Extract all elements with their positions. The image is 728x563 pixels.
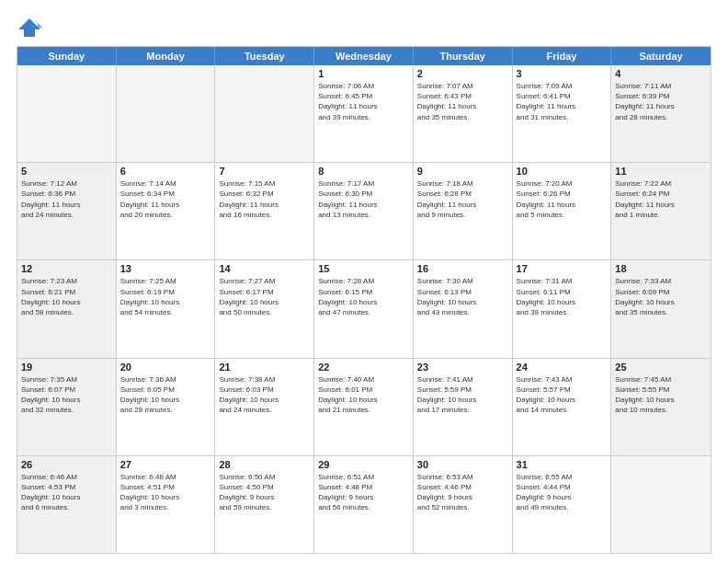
page: SundayMondayTuesdayWednesdayThursdayFrid… [0,0,728,563]
day-number: 11 [615,166,707,177]
cal-cell: 19Sunrise: 7:35 AM Sunset: 6:07 PM Dayli… [17,359,117,455]
cal-cell: 8Sunrise: 7:17 AM Sunset: 6:30 PM Daylig… [314,163,414,259]
cell-info: Sunrise: 7:45 AM Sunset: 5:55 PM Dayligh… [615,374,707,416]
cal-cell: 12Sunrise: 7:23 AM Sunset: 6:21 PM Dayli… [17,260,117,357]
day-number: 31 [517,459,608,470]
header [17,17,711,39]
cell-info: Sunrise: 7:38 AM Sunset: 6:03 PM Dayligh… [219,374,310,416]
day-number: 5 [21,166,112,177]
cell-info: Sunrise: 7:25 AM Sunset: 6:19 PM Dayligh… [120,276,211,317]
weekday-header-friday: Friday [513,47,612,65]
weekday-header-thursday: Thursday [414,47,513,65]
cell-info: Sunrise: 7:41 AM Sunset: 5:59 PM Dayligh… [417,374,508,416]
cell-info: Sunrise: 7:11 AM Sunset: 6:39 PM Dayligh… [615,81,707,122]
cell-info: Sunrise: 7:35 AM Sunset: 6:07 PM Dayligh… [21,374,112,416]
cal-cell [215,65,314,162]
cal-cell: 22Sunrise: 7:40 AM Sunset: 6:01 PM Dayli… [314,359,414,455]
day-number: 7 [219,166,310,177]
calendar-body: 1Sunrise: 7:06 AM Sunset: 6:45 PM Daylig… [17,65,711,553]
cal-cell [117,65,216,162]
cell-info: Sunrise: 6:53 AM Sunset: 4:46 PM Dayligh… [417,472,508,513]
cell-info: Sunrise: 6:50 AM Sunset: 4:50 PM Dayligh… [219,472,310,513]
cal-cell: 18Sunrise: 7:33 AM Sunset: 6:09 PM Dayli… [611,260,711,357]
cal-cell: 15Sunrise: 7:28 AM Sunset: 6:15 PM Dayli… [314,260,414,357]
day-number: 19 [21,362,112,373]
weekday-header-monday: Monday [117,47,216,65]
cal-cell: 6Sunrise: 7:14 AM Sunset: 6:34 PM Daylig… [117,163,216,259]
day-number: 24 [517,362,608,373]
cell-info: Sunrise: 7:22 AM Sunset: 6:24 PM Dayligh… [615,178,707,220]
weekday-header-saturday: Saturday [611,47,711,65]
weekday-header-sunday: Sunday [17,47,117,65]
cal-cell: 16Sunrise: 7:30 AM Sunset: 6:13 PM Dayli… [414,260,513,357]
cal-cell: 5Sunrise: 7:12 AM Sunset: 6:36 PM Daylig… [17,163,117,259]
calendar-row-5: 26Sunrise: 6:46 AM Sunset: 4:53 PM Dayli… [17,455,711,553]
cal-cell: 24Sunrise: 7:43 AM Sunset: 5:57 PM Dayli… [513,359,612,455]
day-number: 25 [615,362,707,373]
day-number: 10 [517,166,608,177]
cal-cell: 14Sunrise: 7:27 AM Sunset: 6:17 PM Dayli… [215,260,314,357]
cal-cell: 2Sunrise: 7:07 AM Sunset: 6:43 PM Daylig… [414,65,513,162]
day-number: 2 [417,68,508,79]
logo-icon [17,17,42,39]
cell-info: Sunrise: 7:09 AM Sunset: 6:41 PM Dayligh… [517,81,608,122]
day-number: 8 [318,166,409,177]
weekday-header-wednesday: Wednesday [314,47,414,65]
cell-info: Sunrise: 7:27 AM Sunset: 6:17 PM Dayligh… [219,276,310,317]
cal-cell: 4Sunrise: 7:11 AM Sunset: 6:39 PM Daylig… [611,65,711,162]
cell-info: Sunrise: 7:30 AM Sunset: 6:13 PM Dayligh… [417,276,508,317]
cell-info: Sunrise: 6:55 AM Sunset: 4:44 PM Dayligh… [517,472,608,513]
cal-cell: 25Sunrise: 7:45 AM Sunset: 5:55 PM Dayli… [611,359,711,455]
cell-info: Sunrise: 7:31 AM Sunset: 6:11 PM Dayligh… [517,276,608,317]
day-number: 6 [120,166,211,177]
cal-cell: 11Sunrise: 7:22 AM Sunset: 6:24 PM Dayli… [611,163,711,259]
calendar: SundayMondayTuesdayWednesdayThursdayFrid… [17,46,711,554]
cell-info: Sunrise: 7:36 AM Sunset: 6:05 PM Dayligh… [120,374,211,416]
day-number: 22 [318,362,409,373]
cal-cell: 10Sunrise: 7:20 AM Sunset: 6:26 PM Dayli… [513,163,612,259]
cal-cell: 9Sunrise: 7:18 AM Sunset: 6:28 PM Daylig… [414,163,513,259]
cell-info: Sunrise: 7:20 AM Sunset: 6:26 PM Dayligh… [517,178,608,220]
cal-cell: 31Sunrise: 6:55 AM Sunset: 4:44 PM Dayli… [513,456,612,553]
day-number: 15 [318,263,409,274]
cal-cell: 28Sunrise: 6:50 AM Sunset: 4:50 PM Dayli… [215,456,314,553]
cell-info: Sunrise: 7:15 AM Sunset: 6:32 PM Dayligh… [219,178,310,220]
day-number: 20 [120,362,211,373]
day-number: 4 [615,68,707,79]
day-number: 27 [120,459,211,470]
cal-cell: 21Sunrise: 7:38 AM Sunset: 6:03 PM Dayli… [215,359,314,455]
day-number: 3 [517,68,608,79]
day-number: 16 [417,263,508,274]
cal-cell: 3Sunrise: 7:09 AM Sunset: 6:41 PM Daylig… [513,65,612,162]
day-number: 14 [219,263,310,274]
cal-cell: 26Sunrise: 6:46 AM Sunset: 4:53 PM Dayli… [17,456,117,553]
day-number: 23 [417,362,508,373]
logo [17,17,46,39]
cell-info: Sunrise: 7:43 AM Sunset: 5:57 PM Dayligh… [517,374,608,416]
day-number: 18 [615,263,707,274]
cell-info: Sunrise: 7:18 AM Sunset: 6:28 PM Dayligh… [417,178,508,220]
calendar-header: SundayMondayTuesdayWednesdayThursdayFrid… [17,47,711,65]
svg-marker-0 [18,18,40,37]
cal-cell: 1Sunrise: 7:06 AM Sunset: 6:45 PM Daylig… [314,65,414,162]
day-number: 13 [120,263,211,274]
calendar-row-4: 19Sunrise: 7:35 AM Sunset: 6:07 PM Dayli… [17,358,711,455]
cal-cell: 17Sunrise: 7:31 AM Sunset: 6:11 PM Dayli… [513,260,612,357]
cal-cell: 7Sunrise: 7:15 AM Sunset: 6:32 PM Daylig… [215,163,314,259]
day-number: 9 [417,166,508,177]
cal-cell [611,456,711,553]
cell-info: Sunrise: 7:40 AM Sunset: 6:01 PM Dayligh… [318,374,409,416]
cell-info: Sunrise: 7:23 AM Sunset: 6:21 PM Dayligh… [21,276,112,317]
weekday-header-tuesday: Tuesday [215,47,314,65]
cell-info: Sunrise: 7:14 AM Sunset: 6:34 PM Dayligh… [120,178,211,220]
cell-info: Sunrise: 6:46 AM Sunset: 4:53 PM Dayligh… [21,472,112,513]
cell-info: Sunrise: 7:28 AM Sunset: 6:15 PM Dayligh… [318,276,409,317]
cal-cell: 29Sunrise: 6:51 AM Sunset: 4:48 PM Dayli… [314,456,414,553]
cell-info: Sunrise: 7:07 AM Sunset: 6:43 PM Dayligh… [417,81,508,122]
calendar-row-2: 5Sunrise: 7:12 AM Sunset: 6:36 PM Daylig… [17,162,711,259]
day-number: 1 [318,68,409,79]
day-number: 29 [318,459,409,470]
cell-info: Sunrise: 7:06 AM Sunset: 6:45 PM Dayligh… [318,81,409,122]
cal-cell: 27Sunrise: 6:48 AM Sunset: 4:51 PM Dayli… [117,456,216,553]
cal-cell [17,65,117,162]
